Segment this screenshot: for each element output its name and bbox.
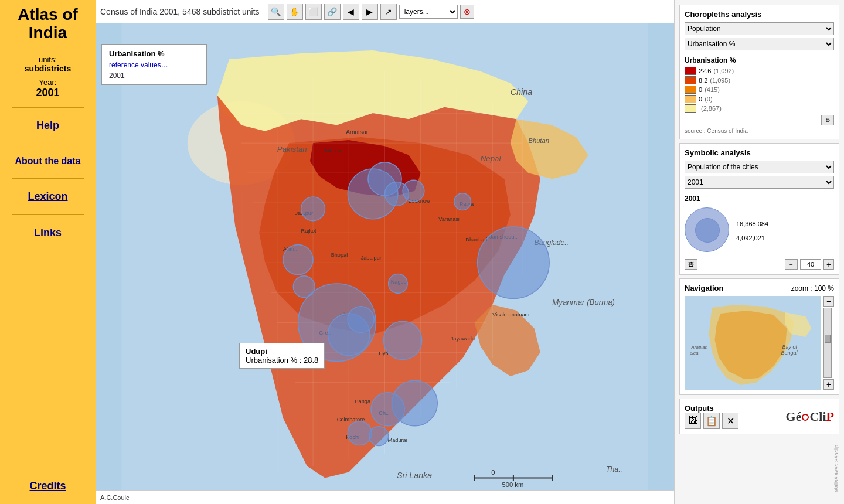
symbolic-var-select[interactable]: Population of the cities bbox=[685, 161, 834, 173]
sym-minus-button[interactable]: − bbox=[785, 259, 798, 270]
main-area: Census of India 2001, 5468 subdistrict u… bbox=[96, 0, 674, 504]
svg-point-69 bbox=[293, 276, 315, 298]
legend-val-2: 8.2 bbox=[699, 77, 707, 84]
small-circle-value: 4,092,021 bbox=[736, 234, 768, 241]
legend-swatch-4 bbox=[685, 95, 696, 103]
output-buttons: 🖼 📋 ✕ bbox=[685, 413, 738, 429]
divider-3 bbox=[12, 178, 83, 179]
sidebar-item-links[interactable]: Links bbox=[34, 227, 62, 239]
realise-text: réalisé avec Géoclip bbox=[833, 438, 839, 499]
sidebar-item-help[interactable]: Help bbox=[36, 120, 59, 132]
choropleth-legend: Urbanisation % 22.6 (1,092) 8.2 (1,095) … bbox=[685, 56, 834, 134]
toolbar: Census of India 2001, 5468 subdistrict u… bbox=[96, 0, 674, 23]
nav-map-svg: Bay of Bengal Arabian Sea bbox=[685, 296, 821, 390]
zoom-controls: − + bbox=[823, 296, 834, 390]
divider-1 bbox=[12, 107, 83, 108]
svg-point-59 bbox=[383, 321, 421, 359]
legend-year: 2001 bbox=[109, 71, 199, 80]
zoom-plus-button[interactable]: + bbox=[823, 379, 834, 390]
sidebar-item-lexicon[interactable]: Lexicon bbox=[28, 190, 67, 203]
legend-popup: Urbanisation % reference values… 2001 bbox=[101, 44, 207, 85]
legend-settings-button[interactable]: ⚙ bbox=[821, 115, 834, 125]
sym-controls: 🖼 − 40 + bbox=[685, 259, 834, 270]
output-image-button[interactable]: 🖼 bbox=[685, 413, 701, 429]
sym-image-button[interactable]: 🖼 bbox=[685, 259, 697, 270]
svg-text:0: 0 bbox=[491, 469, 495, 476]
title-line2: India bbox=[29, 23, 67, 42]
sidebar: Atlas of India units: subdistricts Year:… bbox=[0, 0, 96, 504]
forward-button[interactable]: ▶ bbox=[362, 4, 378, 20]
geoclip-logo: GéCliP bbox=[786, 409, 834, 424]
sym-plus-button[interactable]: + bbox=[823, 259, 834, 270]
svg-text:Tha..: Tha.. bbox=[606, 465, 622, 474]
legend-row-2: 8.2 (1,095) bbox=[685, 76, 834, 84]
legend-row-3: 0 (415) bbox=[685, 86, 834, 94]
divider-5 bbox=[12, 251, 83, 251]
svg-text:Jayawada: Jayawada bbox=[451, 336, 475, 342]
legend-val-1: 22.6 bbox=[699, 67, 711, 74]
svg-text:500 km: 500 km bbox=[502, 481, 524, 488]
units-value: subdistricts bbox=[25, 64, 71, 73]
app-title: Atlas of India bbox=[18, 6, 78, 42]
zoom-slider-track[interactable] bbox=[823, 308, 832, 378]
navigation-section: Navigation zoom : 100 % Bay of Bengal Ar… bbox=[679, 278, 839, 395]
map-title: Census of India 2001, 5468 subdistrict u… bbox=[100, 7, 260, 16]
layers-select[interactable]: layers... bbox=[399, 5, 458, 19]
symbolic-year-select[interactable]: 2001 bbox=[685, 176, 834, 189]
svg-text:Amritsar: Amritsar bbox=[346, 129, 369, 135]
svg-text:Nepal: Nepal bbox=[481, 154, 502, 163]
zoom-thumb[interactable] bbox=[825, 335, 831, 343]
sidebar-item-credits[interactable]: Credits bbox=[29, 480, 66, 492]
small-circle bbox=[695, 218, 720, 243]
sidebar-item-about-data[interactable]: About the data bbox=[15, 156, 81, 166]
circle-values: 16,368,084 4,092,021 bbox=[736, 220, 768, 241]
legend-row-1: 22.6 (1,092) bbox=[685, 67, 834, 75]
svg-point-67 bbox=[348, 421, 372, 445]
outputs-section: Outputs 🖼 📋 ✕ GéCliP bbox=[679, 399, 839, 434]
divider-4 bbox=[12, 214, 83, 215]
choropleths-var-select[interactable]: Population bbox=[685, 22, 834, 35]
clear-button[interactable]: ⊗ bbox=[460, 5, 474, 19]
pan-button[interactable]: ✋ bbox=[287, 4, 303, 20]
svg-text:Madurai: Madurai bbox=[388, 437, 407, 443]
info-button[interactable]: 🔗 bbox=[324, 4, 341, 20]
choropleths-sub-select[interactable]: Urbanisation % bbox=[685, 38, 834, 50]
svg-point-58 bbox=[348, 307, 374, 333]
svg-text:Varanasi: Varanasi bbox=[438, 216, 460, 222]
zoom-rect-button[interactable]: ⬜ bbox=[305, 4, 322, 20]
legend-count-5: (2,867) bbox=[701, 105, 722, 112]
output-close-button[interactable]: ✕ bbox=[722, 413, 738, 429]
circle-container bbox=[685, 207, 731, 254]
divider-2 bbox=[12, 144, 83, 144]
map-bottom: A.C.Couic bbox=[96, 490, 674, 504]
map-container[interactable]: China Pakistan Nepal Bhutan Banglade.. M… bbox=[96, 23, 674, 490]
choropleths-section: Choropleths analysis Population Urbanisa… bbox=[679, 5, 839, 139]
outputs-left: Outputs 🖼 📋 ✕ bbox=[685, 404, 738, 429]
nav-minimap[interactable]: Bay of Bengal Arabian Sea bbox=[685, 296, 821, 390]
output-table-button[interactable]: 📋 bbox=[703, 413, 720, 429]
legend-val-4: 0 bbox=[699, 96, 702, 103]
legend-swatch-1 bbox=[685, 67, 696, 75]
svg-point-55 bbox=[478, 227, 549, 298]
identify-button[interactable]: ↗ bbox=[380, 4, 397, 20]
zoom-minus-button[interactable]: − bbox=[823, 296, 834, 307]
legend-title: Urbanisation % bbox=[109, 49, 199, 58]
choropleth-legend-title: Urbanisation % bbox=[685, 56, 834, 64]
zoom-in-button[interactable]: 🔍 bbox=[268, 4, 284, 20]
svg-point-65 bbox=[454, 193, 471, 210]
svg-point-64 bbox=[389, 274, 408, 294]
back-button[interactable]: ◀ bbox=[343, 4, 359, 20]
legend-swatch-5 bbox=[685, 104, 696, 113]
nav-title: Navigation bbox=[685, 284, 723, 292]
source-text: source : Census of India bbox=[685, 128, 834, 134]
legend-ref-link[interactable]: reference values… bbox=[109, 61, 168, 69]
map-svg[interactable]: China Pakistan Nepal Bhutan Banglade.. M… bbox=[96, 23, 674, 490]
svg-point-61 bbox=[371, 393, 404, 426]
sym-size-input[interactable]: 40 bbox=[800, 259, 821, 270]
year-value: 2001 bbox=[36, 87, 59, 99]
svg-text:Visakhanatnam: Visakhanatnam bbox=[492, 312, 529, 318]
legend-swatch-2 bbox=[685, 76, 696, 84]
svg-point-66 bbox=[403, 180, 424, 202]
circle-legend: 16,368,084 4,092,021 bbox=[685, 205, 834, 257]
legend-count-4: (0) bbox=[705, 96, 712, 103]
